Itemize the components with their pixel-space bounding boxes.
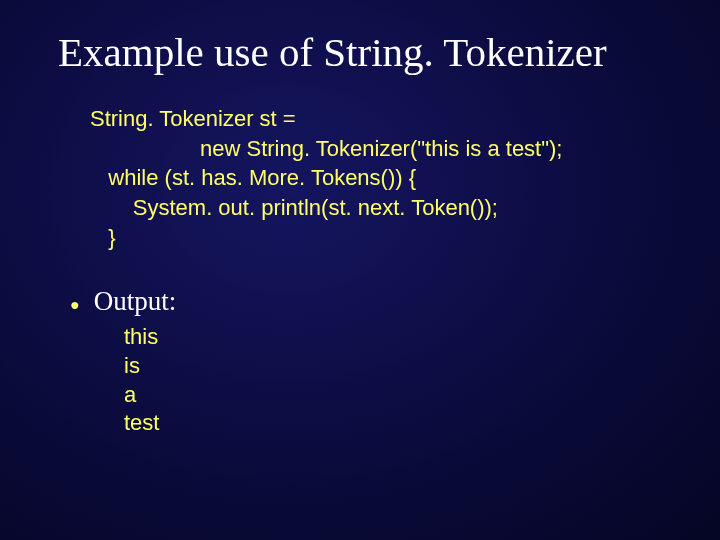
output-bullet: ● Output: [70,286,680,317]
code-line: System. out. println(st. next. Token()); [90,195,498,220]
output-block: this is a test [124,323,680,437]
code-block: String. Tokenizer st = new String. Token… [90,104,680,252]
output-line: a [124,382,136,407]
code-line: } [90,225,116,250]
slide-title: Example use of String. Tokenizer [58,28,680,76]
output-line: this [124,324,158,349]
code-line: String. Tokenizer st = [90,106,296,131]
output-line: test [124,410,159,435]
output-label: Output: [94,286,177,317]
output-line: is [124,353,140,378]
bullet-dot-icon: ● [70,296,80,314]
code-line: while (st. has. More. Tokens()) { [90,165,416,190]
code-line: new String. Tokenizer("this is a test"); [90,136,562,161]
slide: Example use of String. Tokenizer String.… [0,0,720,540]
